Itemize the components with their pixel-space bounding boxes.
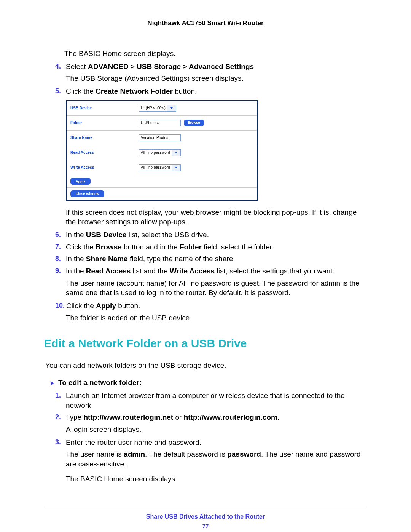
row-folder: Folder U:\Photos\ Browse bbox=[67, 116, 257, 131]
label-share-name: Share Name bbox=[67, 135, 139, 141]
browse-button[interactable]: Browse bbox=[184, 120, 204, 126]
step-4: 4. Select ADVANCED > USB Storage > Advan… bbox=[55, 62, 367, 72]
edit-step-3-sub2: The BASIC Home screen displays. bbox=[66, 474, 367, 484]
step-text: Enter the router user name and password. bbox=[66, 438, 367, 447]
step-text: Select ADVANCED > USB Storage > Advanced… bbox=[66, 62, 367, 72]
step-text: Type http://www.routerlogin.net or http:… bbox=[66, 412, 367, 422]
arrow-icon: ➤ bbox=[50, 380, 54, 387]
folder-input[interactable]: U:\Photos\ bbox=[139, 120, 181, 126]
dialog-screenshot: USB Device U: (HP v100w) Folder U:\Photo… bbox=[66, 100, 367, 201]
footer-separator bbox=[44, 507, 367, 507]
procedure-title-text: To edit a network folder: bbox=[58, 378, 142, 388]
step-number: 7. bbox=[55, 242, 64, 252]
row-close: Close Window bbox=[67, 188, 257, 200]
row-write-access: Write Access All - no password bbox=[67, 160, 257, 175]
heading-paragraph: You can add network folders on the USB s… bbox=[45, 361, 367, 371]
step-9-sub: The user name (account name) for All–no … bbox=[66, 278, 367, 298]
step-text: Click the Create Network Folder button. bbox=[66, 86, 367, 96]
step-number: 10. bbox=[55, 301, 65, 311]
step-9: 9. In the Read Access list and the Write… bbox=[55, 266, 367, 276]
write-access-select[interactable]: All - no password bbox=[139, 164, 181, 171]
step-number: 4. bbox=[55, 62, 64, 72]
edit-step-2-sub: A login screen displays. bbox=[66, 425, 367, 435]
label-usb-device: USB Device bbox=[67, 105, 139, 111]
chevron-down-icon bbox=[167, 105, 176, 111]
edit-step-3-sub1: The user name is admin. The default pass… bbox=[66, 449, 367, 469]
label-folder: Folder bbox=[67, 120, 139, 126]
step-5: 5. Click the Create Network Folder butto… bbox=[55, 86, 367, 96]
step-10-sub: The folder is added on the USB device. bbox=[66, 313, 367, 323]
label-read-access: Read Access bbox=[67, 150, 139, 155]
step-number: 6. bbox=[55, 230, 64, 240]
step-7: 7. Click the Browse button and in the Fo… bbox=[55, 242, 367, 252]
row-apply: Apply bbox=[67, 175, 257, 188]
apply-button[interactable]: Apply bbox=[70, 178, 91, 185]
intro-text: The BASIC Home screen displays. bbox=[64, 49, 367, 59]
chevron-down-icon bbox=[172, 165, 180, 171]
label-write-access: Write Access bbox=[67, 165, 139, 170]
step-text: In the Read Access list and the Write Ac… bbox=[66, 266, 367, 276]
footer-section: Share USB Drives Attached to the Router bbox=[44, 513, 367, 521]
chevron-down-icon bbox=[172, 150, 180, 156]
row-read-access: Read Access All - no password bbox=[67, 145, 257, 160]
step-8: 8. In the Share Name field, type the nam… bbox=[55, 254, 367, 264]
footer-page-number: 77 bbox=[44, 522, 367, 530]
section-heading: Edit a Network Folder on a USB Drive bbox=[44, 336, 367, 351]
close-window-button[interactable]: Close Window bbox=[70, 190, 104, 197]
page: Nighthawk AC1750 Smart WiFi Router The B… bbox=[0, 0, 411, 532]
procedure-title: ➤ To edit a network folder: bbox=[50, 378, 367, 388]
step-6: 6. In the USB Device list, select the US… bbox=[55, 230, 367, 240]
read-access-select[interactable]: All - no password bbox=[139, 149, 181, 156]
edit-step-3: 3. Enter the router user name and passwo… bbox=[55, 438, 367, 447]
step-number: 2. bbox=[55, 412, 64, 422]
step-4-sub: The USB Storage (Advanced Settings) scre… bbox=[66, 73, 367, 83]
step-number: 5. bbox=[55, 86, 64, 96]
share-name-input[interactable]: Vacation Photos bbox=[139, 134, 181, 141]
edit-step-1: 1. Launch an Internet browser from a com… bbox=[55, 391, 367, 410]
step-number: 8. bbox=[55, 254, 64, 264]
create-network-folder-dialog: USB Device U: (HP v100w) Folder U:\Photo… bbox=[66, 100, 258, 201]
step-10: 10. Click the Apply button. bbox=[55, 301, 367, 311]
doc-header: Nighthawk AC1750 Smart WiFi Router bbox=[44, 19, 367, 28]
step-number: 9. bbox=[55, 266, 64, 276]
edit-step-2: 2. Type http://www.routerlogin.net or ht… bbox=[55, 412, 367, 422]
step-text: Click the Browse button and in the Folde… bbox=[66, 242, 367, 252]
row-usb-device: USB Device U: (HP v100w) bbox=[67, 101, 257, 116]
step-text: Launch an Internet browser from a comput… bbox=[66, 391, 367, 410]
usb-device-select[interactable]: U: (HP v100w) bbox=[139, 105, 176, 112]
row-share-name: Share Name Vacation Photos bbox=[67, 131, 257, 145]
step-text: In the Share Name field, type the name o… bbox=[66, 254, 367, 264]
step-number: 1. bbox=[55, 391, 64, 410]
step-text: Click the Apply button. bbox=[66, 301, 367, 311]
step-text: In the USB Device list, select the USB d… bbox=[66, 230, 367, 240]
popup-note: If this screen does not display, your we… bbox=[66, 208, 367, 227]
step-number: 3. bbox=[55, 438, 64, 447]
